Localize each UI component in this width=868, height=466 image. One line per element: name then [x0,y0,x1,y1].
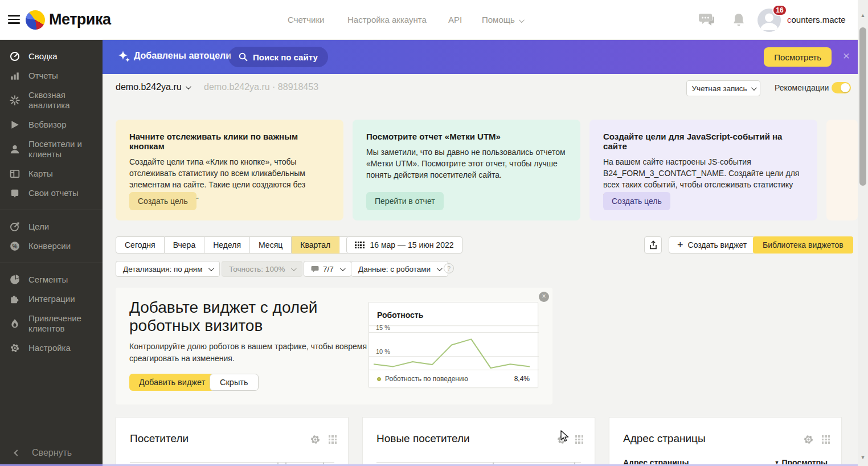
sidebar-item-webvisor[interactable]: Вебвизор [0,115,103,134]
target-icon [10,222,20,232]
sidebar-divider [0,210,103,210]
data-robots-filter[interactable]: Данные: с роботами [351,261,448,277]
widget-gear-icon[interactable] [556,434,567,445]
percent-icon: % [10,241,20,251]
sidebar-item-maps[interactable]: Карты [0,164,103,183]
legend-value: 8,4% [514,375,530,383]
chat-icon[interactable] [699,13,716,27]
sidebar: Сводка Отчеты Сквозная аналитика Вебвизо… [0,40,103,466]
burst-icon [10,95,20,105]
banner-close-icon[interactable]: × [843,49,850,63]
sidebar-item-goals[interactable]: Цели [0,217,103,236]
sidebar-item-summary[interactable]: Сводка [0,47,103,66]
accuracy-filter[interactable]: Точность: 100% [222,261,302,277]
close-icon[interactable]: × [539,292,549,302]
period-week[interactable]: Неделя [204,236,250,254]
comments-filter[interactable]: 7/7 [304,261,351,277]
promo-title: Создайте цели для JavaScript-событий на … [603,132,804,151]
promo-card-button-clicks: Начните отслеживать клики по важным кноп… [116,120,343,220]
period-yesterday[interactable]: Вчера [165,236,205,254]
menu-icon[interactable] [8,15,20,24]
sidebar-item-conversions[interactable]: % Конверсии [0,236,103,256]
app-title[interactable]: Метрика [49,11,111,28]
recommendations-label: Рекомендации [775,83,829,92]
detail-filter[interactable]: Детализация: по дням [116,261,220,277]
sidebar-item-cross-analytics[interactable]: Сквозная аналитика [0,85,103,115]
nav-help[interactable]: Помощь [482,15,523,24]
nav-api[interactable]: API [448,15,462,24]
widget-gear-icon[interactable] [803,434,814,445]
drag-handle-icon[interactable] [329,435,337,444]
page-scrollbar[interactable]: ▲ ▼ [858,0,868,466]
bar-chart-icon [10,71,20,81]
sidebar-divider [0,263,103,263]
help-icon[interactable]: ? [444,263,454,273]
person-icon [10,144,20,154]
scroll-down-icon[interactable]: ▼ [858,455,868,460]
period-month[interactable]: Месяц [250,236,292,254]
username[interactable]: counters.macte [787,15,846,24]
promo-body: Мы заметили, что вы давно не пользовалис… [366,147,567,181]
widget-library-button[interactable]: Библиотека виджетов [753,236,853,254]
robot-promo-title: Добавьте виджет с долей роботных визитов [129,299,391,335]
chart-title: Роботность [377,310,423,320]
period-segmented-control: Сегодня Вчера Неделя Месяц Квартал Год [116,236,370,254]
bookmark-icon [10,188,20,198]
plus-icon: + [677,241,683,249]
chevron-down-icon [519,17,525,23]
account-dropdown[interactable]: Учетная запись [686,80,760,96]
sidebar-collapse-button[interactable]: Свернуть [0,448,103,458]
sidebar-item-client-acquisition[interactable]: Привлечение клиентов [0,309,103,338]
sidebar-item-reports[interactable]: Отчеты [0,66,103,85]
robot-promo-body: Контролируйте долю роботов в вашем трафи… [129,341,374,365]
scroll-up-icon[interactable]: ▲ [858,13,868,18]
recommendations-toggle[interactable] [832,82,851,93]
export-button[interactable] [644,236,662,254]
sidebar-item-integrations[interactable]: Интеграции [0,289,103,309]
gear-icon [10,343,20,353]
flame-icon [10,318,20,329]
site-details: demo.b242ya.ru · 88918453 [204,82,318,92]
chevron-down-icon [208,265,214,271]
sparkles-icon [117,50,131,64]
widget-gear-icon[interactable] [310,434,321,445]
promo-title: Посмотрите отчет «Метки UTM» [366,132,567,141]
nav-account-settings[interactable]: Настройка аккаунта [347,15,427,24]
banner-view-button[interactable]: Посмотреть [764,47,832,67]
sidebar-item-visitors[interactable]: Посетители и клиенты [0,134,103,164]
go-to-report-button[interactable]: Перейти в отчет [366,192,444,210]
svg-text:15 %: 15 % [376,325,390,331]
drag-handle-icon[interactable] [575,435,584,444]
period-today[interactable]: Сегодня [116,236,165,254]
add-widget-button[interactable]: Добавить виджет [129,374,215,391]
comment-icon [311,265,319,273]
chart-legend: Роботность по поведению 8,4% [377,375,530,383]
hide-button[interactable]: Скрыть [210,374,259,391]
site-selector[interactable]: demo.b242ya.ru [116,82,190,92]
site-search-pill[interactable]: Поиск по сайту [228,47,328,67]
chevron-down-icon [291,265,297,271]
promo-card-js-events: Создайте цели для JavaScript-событий на … [589,120,817,220]
sidebar-item-custom-reports[interactable]: Свои отчеты [0,183,103,203]
date-range-button[interactable]: 16 мар — 15 июн 2022 [346,236,462,254]
bell-icon[interactable] [732,13,745,27]
widget-title: Посетители [130,432,189,445]
sidebar-item-segments[interactable]: Сегменты [0,270,103,289]
chevron-down-icon [340,265,346,271]
calendar-grid-icon [355,242,365,248]
widget-new-visitors: Новые посетители [362,417,595,466]
nav-counters[interactable]: Счетчики [288,15,324,24]
chevron-down-icon [186,84,191,89]
scrollbar-thumb[interactable] [859,27,866,186]
banner-highlight-text: Добавлены автоцели [134,51,231,61]
svg-text:%: % [13,243,18,250]
pie-icon [10,275,20,285]
create-widget-button[interactable]: + Создать виджет [669,236,755,254]
sidebar-item-settings[interactable]: Настройка [0,338,103,358]
period-quarter[interactable]: Квартал [292,236,339,254]
metrica-logo-icon[interactable] [26,10,45,30]
create-goal-button[interactable]: Создать цель [129,192,196,210]
drag-handle-icon[interactable] [822,435,830,444]
gauge-icon [10,51,20,62]
create-goal-button[interactable]: Создать цель [603,192,670,210]
